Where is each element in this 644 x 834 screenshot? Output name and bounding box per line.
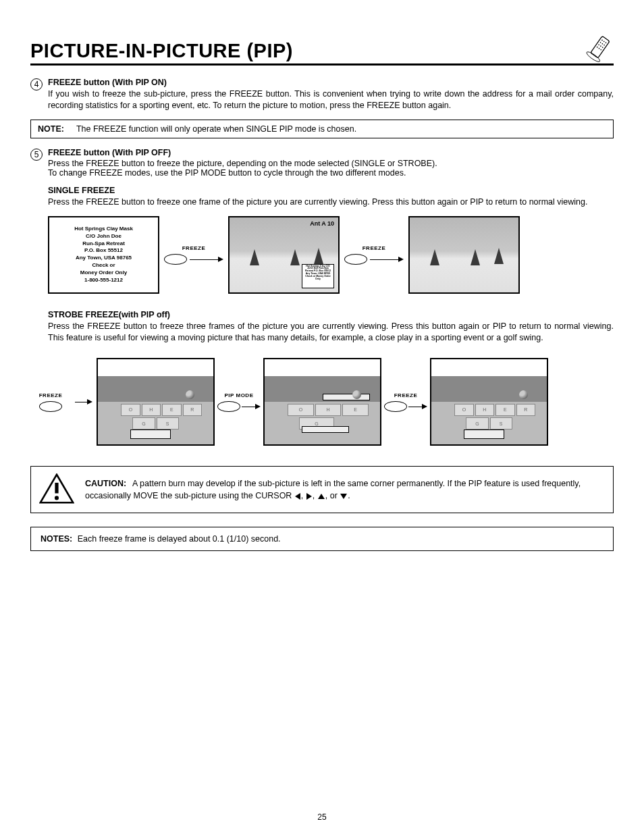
step-4-heading: FREEZE button (With PIP ON) [48,78,614,87]
pip-overlay: Hot Springs Clay C/O John Doe Run-Spa Re… [302,264,334,288]
step-number-4: 4 [30,78,43,90]
page-title: PICTURE-IN-PICTURE (PIP) [30,40,293,62]
freeze-label: FREEZE [394,392,418,398]
arrow-icon [190,257,223,262]
diagram-arrow-freeze-1: FREEZE [163,245,224,265]
step-number-5: 5 [30,149,43,161]
step-5: 5 FREEZE button (With PIP OFF) Press the… [30,148,614,178]
ant-label: Ant A 10 [310,220,334,227]
diagram-screen-snowy [408,216,520,294]
svg-point-16 [55,496,59,500]
freeze-label: FREEZE [39,392,63,398]
arrow-icon [370,257,404,262]
notes-text: Each freeze frame is delayed about 0.1 (… [78,534,281,544]
arrow-icon [75,399,92,405]
strobe-freeze-body: Press the FREEZE button to freeze three … [48,321,614,344]
diagram-screen-sport-1: OH ER GS [97,358,215,446]
single-freeze-diagram: Hot Springs Clay Mask C/O John Doe Run-S… [48,216,614,294]
svg-rect-0 [591,36,610,57]
diagram-screen-snowy-pip: Ant A 10 Hot Springs Clay C/O John Doe R… [228,216,340,294]
diagram2-freeze-col-1: FREEZE [30,392,71,412]
freeze-label: FREEZE [363,245,386,251]
diagram2-pipmode-col: PIP MODE [219,392,259,412]
step-5-line1: Press the FREEZE button to freeze the pi… [48,159,614,168]
diagram-arrow-freeze-2: FREEZE [344,245,404,265]
note-label: NOTE: [38,124,64,134]
strobe-freeze-diagram: FREEZE OH ER GS PIP MODE OH E G FRE [30,358,614,446]
note-text: The FREEZE function will only operate wh… [76,124,356,134]
svg-rect-15 [55,483,58,494]
strobe-freeze-heading: STROBE FREEZE(with PIP off) [48,310,614,319]
step-5-heading: FREEZE button (With PIP OFF) [48,148,614,157]
freeze-button-icon [384,401,407,412]
arrow-icon [408,404,427,409]
strobe-freeze-section: STROBE FREEZE(with PIP off) Press the FR… [48,310,614,344]
freeze-button-icon [164,254,187,265]
single-freeze-body: Press the FREEZE button to freeze one fr… [48,197,614,208]
remote-control-icon [585,34,614,62]
arrow-icon [242,404,261,409]
cursor-up-icon [318,494,325,499]
note-box: NOTE: The FREEZE function will only oper… [30,120,614,138]
cursor-down-icon [340,494,347,499]
caution-box: CAUTION: A pattern burn may develop if t… [30,466,614,513]
single-freeze-section: SINGLE FREEZE Press the FREEZE button to… [48,186,614,208]
page-number: 25 [0,812,644,822]
freeze-button-icon [344,254,367,265]
pip-mode-label: PIP MODE [225,392,254,398]
single-freeze-heading: SINGLE FREEZE [48,186,614,195]
notes-box: NOTES: Each freeze frame is delayed abou… [30,527,614,551]
cursor-left-icon [295,493,300,500]
step-4: 4 FREEZE button (With PIP ON) If you wis… [30,78,614,111]
freeze-button-icon [39,401,62,412]
caution-triangle-icon [39,473,74,506]
diagram-screen-sport-2: OH E G [263,358,381,446]
diagram-screen-sport-3: OH ER GS [430,358,548,446]
diagram-screen-mailorder: Hot Springs Clay Mask C/O John Doe Run-S… [48,216,159,294]
diagram2-freeze-col-2: FREEZE [385,392,426,412]
page-header: PICTURE-IN-PICTURE (PIP) [30,34,614,66]
cursor-right-icon [306,493,312,500]
pip-mode-button-icon [217,401,240,412]
notes-label: NOTES: [41,534,72,544]
step-4-body: If you wish to freeze the sub-picture, p… [48,88,614,111]
caution-label: CAUTION: [85,479,126,488]
freeze-label: FREEZE [182,245,206,251]
step-5-line2: To change FREEZE modes, use the PIP MODE… [48,168,614,178]
caution-text: CAUTION: A pattern burn may develop if t… [85,477,605,502]
